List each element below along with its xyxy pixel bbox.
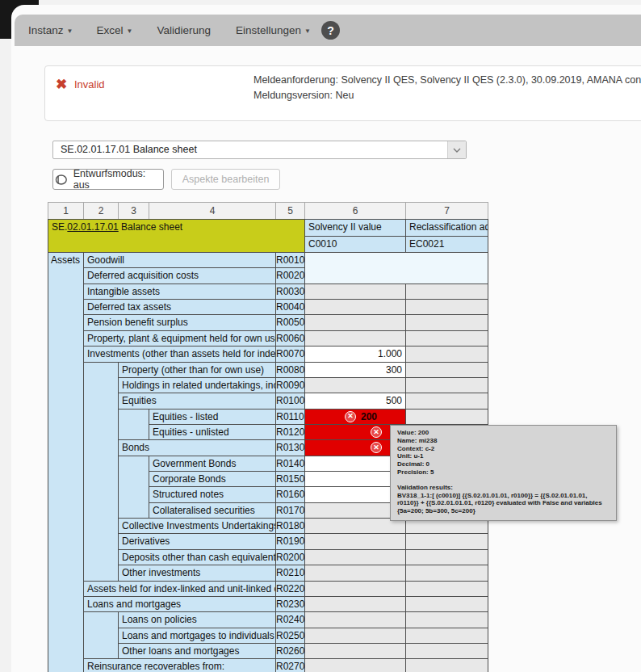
select-chevron-zone[interactable] xyxy=(447,141,466,158)
row-code: R0020 xyxy=(276,267,305,283)
data-cell-na xyxy=(305,314,406,330)
indent-cell xyxy=(119,486,149,502)
row-group-cell: Assets xyxy=(48,252,84,267)
draft-mode-toggle-icon xyxy=(53,174,68,185)
menu-item-label: Validierung xyxy=(157,24,211,36)
row-code: R0270 xyxy=(276,658,305,672)
menu-item-einstellungen[interactable]: Einstellungen ▼ xyxy=(236,24,311,36)
table-row: Loans and mortgagesR0230 xyxy=(48,596,488,611)
row-label: Collective Investments Undertakings xyxy=(119,518,276,533)
data-cell-merged-empty xyxy=(305,267,488,283)
indent-cell xyxy=(84,611,119,627)
column-number: 6 xyxy=(305,202,406,219)
indent-cell xyxy=(119,502,149,518)
row-code: R0120 xyxy=(276,424,305,439)
indent-cell xyxy=(84,565,119,580)
data-cell-na xyxy=(406,409,488,424)
row-label: Equities - listed xyxy=(149,409,276,424)
row-label: Holdings in related undertakings, includ… xyxy=(119,377,276,393)
indent-cell xyxy=(84,471,119,486)
row-group-cell xyxy=(48,549,84,565)
data-cell-na xyxy=(406,581,488,596)
column-header-label: Reclassification adjus xyxy=(406,219,488,236)
indent-cell xyxy=(84,533,119,548)
template-select[interactable]: SE.02.01.17.01 Balance sheet xyxy=(52,141,467,159)
row-code: R0240 xyxy=(276,611,305,627)
column-header-label: Solvency II value xyxy=(305,219,406,236)
row-label: Other investments xyxy=(119,565,276,580)
table-row: Other investmentsR0210 xyxy=(48,565,488,580)
error-cross-icon: ✕ xyxy=(371,442,382,453)
row-code: R0110 xyxy=(276,409,305,424)
column-number: 3 xyxy=(119,202,149,219)
table-row: EquitiesR0100500 xyxy=(48,393,488,408)
row-group-cell xyxy=(48,284,84,299)
row-group-cell xyxy=(48,581,84,596)
edit-aspects-label: Aspekte bearbeiten xyxy=(182,174,270,185)
row-code: R0210 xyxy=(276,565,305,580)
row-group-cell xyxy=(48,471,84,486)
row-group-cell xyxy=(48,393,84,408)
data-cell-na xyxy=(406,314,488,330)
row-label: Derivatives xyxy=(119,533,276,548)
table-row: Loans and mortgages to individualsR0250 xyxy=(48,628,488,643)
data-cell-na xyxy=(406,565,488,580)
menu-item-label: Instanz xyxy=(28,24,64,36)
data-cell-value[interactable]: 500 xyxy=(305,393,406,408)
data-cell-na xyxy=(305,643,406,658)
menu-item-excel[interactable]: Excel ▼ xyxy=(96,24,132,36)
help-icon[interactable]: ? xyxy=(321,21,340,40)
data-cell-na xyxy=(406,658,488,672)
draft-mode-button[interactable]: Entwurfsmodus: aus xyxy=(52,169,164,190)
row-label: Corporate Bonds xyxy=(149,471,276,486)
invalid-cross-icon: ✖ xyxy=(56,76,67,93)
row-code: R0160 xyxy=(276,486,305,502)
column-header-code: EC0021 xyxy=(406,236,488,253)
data-cell-na xyxy=(406,611,488,627)
data-cell-na xyxy=(305,549,406,565)
indent-cell xyxy=(84,362,119,377)
menu-item-instanz[interactable]: Instanz ▼ xyxy=(28,24,73,36)
row-code: R0040 xyxy=(276,299,305,314)
row-code: R0220 xyxy=(276,581,305,596)
data-cell-na xyxy=(406,533,488,548)
template-select-value: SE.02.01.17.01 Balance sheet xyxy=(61,141,197,158)
indent-cell xyxy=(84,518,119,533)
edit-aspects-button[interactable]: Aspekte bearbeiten xyxy=(171,169,280,190)
table-row: AssetsGoodwillR0010 xyxy=(48,252,488,267)
table-header-block: SE.02.01.17.01 Balance sheet Solvency II… xyxy=(48,219,488,252)
row-code: R0150 xyxy=(276,471,305,486)
row-group-cell xyxy=(48,628,84,643)
table-title-suffix: Balance sheet xyxy=(119,221,182,233)
row-label: Equities xyxy=(119,393,276,408)
data-cell-na xyxy=(305,377,406,393)
data-cell-na xyxy=(406,377,488,393)
table-row: Assets held for index-linked and unit-li… xyxy=(48,581,488,596)
data-cell-na xyxy=(406,549,488,565)
data-cell-error[interactable]: ✕200 xyxy=(305,409,406,424)
table-row: Holdings in related undertakings, includ… xyxy=(48,377,488,393)
tooltip-line: Decimal: 0 xyxy=(397,460,610,468)
column-number: 1 xyxy=(48,202,84,219)
data-cell-na xyxy=(406,393,488,408)
row-group-cell xyxy=(48,439,84,455)
tooltip-fact-lines: Value: 200Name: mi238Context: c-2Unit: u… xyxy=(397,429,610,477)
tooltip-line: Precision: 5 xyxy=(397,468,610,477)
row-group-cell xyxy=(48,658,84,672)
error-cross-icon: ✕ xyxy=(371,426,382,438)
table-title-link[interactable]: 02.01.17.01 xyxy=(67,221,118,233)
row-label: Intangible assets xyxy=(84,284,276,299)
data-cell-na xyxy=(305,628,406,643)
row-code: R0140 xyxy=(276,456,305,471)
menu-item-label: Excel xyxy=(96,24,123,36)
row-label: Bonds xyxy=(119,439,276,455)
row-code: R0180 xyxy=(276,518,305,533)
data-cell-value[interactable]: 300 xyxy=(305,362,406,377)
table-title-cell: SE.02.01.17.01 Balance sheet xyxy=(48,219,305,252)
table-row: Property, plant & equipment held for own… xyxy=(48,330,488,346)
tooltip-line: Name: mi238 xyxy=(397,437,610,445)
menu-bar: Instanz ▼ Excel ▼ Validierung Einstellun… xyxy=(15,15,641,46)
row-code: R0090 xyxy=(276,377,305,393)
menu-item-validierung[interactable]: Validierung xyxy=(157,24,211,36)
data-cell-value[interactable]: 1.000 xyxy=(305,346,406,361)
